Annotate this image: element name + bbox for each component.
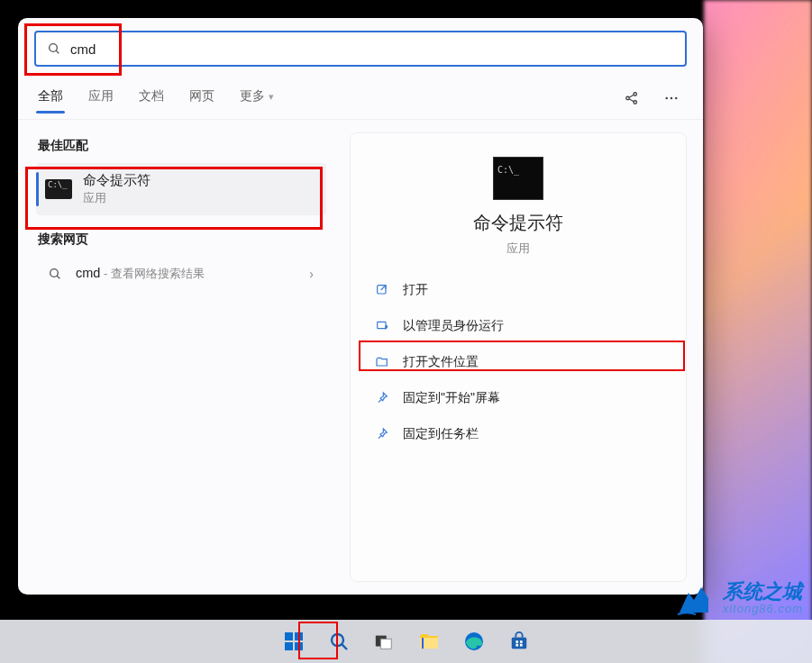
web-result-list: cmd - 查看网络搜索结果 › (36, 257, 326, 291)
svg-point-0 (50, 44, 58, 52)
result-cmd[interactable]: C:\_ 命令提示符 应用 (36, 163, 326, 215)
action-pin-start[interactable]: 固定到"开始"屏幕 (369, 383, 668, 413)
taskbar-edge[interactable] (456, 623, 492, 659)
web-result-title: cmd - 查看网络搜索结果 (76, 266, 295, 282)
edge-icon (463, 631, 485, 652)
result-subtitle: 应用 (83, 191, 317, 206)
svg-rect-21 (380, 639, 391, 649)
svg-rect-16 (285, 642, 293, 650)
more-icon (663, 90, 680, 106)
svg-point-10 (50, 269, 59, 277)
svg-point-9 (675, 97, 678, 100)
search-panel: 全部 应用 文档 网页 更多▾ 最佳匹配 (18, 18, 703, 595)
chevron-down-icon: ▾ (269, 91, 274, 102)
taskview-icon (374, 631, 394, 651)
watermark-cn: 系统之城 (723, 581, 803, 603)
taskbar-taskview[interactable] (366, 623, 402, 659)
cmd-icon-large: C:\_ (493, 157, 543, 200)
watermark-en: xitong86.com (723, 603, 803, 615)
share-button[interactable] (618, 85, 645, 112)
action-run-admin[interactable]: 以管理员身份运行 (369, 311, 668, 341)
body-row: 最佳匹配 C:\_ 命令提示符 应用 搜索网页 (18, 120, 703, 595)
web-result-suffix: - 查看网络搜索结果 (100, 267, 205, 280)
result-title: 命令提示符 (83, 172, 317, 189)
detail-card: C:\_ 命令提示符 应用 打开 (350, 132, 687, 582)
watermark-logo-icon (676, 580, 716, 616)
svg-rect-28 (515, 644, 518, 647)
tab-more[interactable]: 更多▾ (238, 83, 276, 114)
web-search-result[interactable]: cmd - 查看网络搜索结果 › (36, 257, 326, 291)
result-list: C:\_ 命令提示符 应用 (36, 163, 326, 215)
tab-actions (618, 85, 685, 112)
svg-rect-17 (295, 642, 303, 650)
svg-point-8 (671, 97, 673, 100)
tab-more-label: 更多 (240, 88, 265, 103)
chevron-right-icon: › (306, 267, 317, 281)
folder-icon (374, 354, 390, 370)
svg-rect-29 (519, 644, 522, 647)
action-open-label: 打开 (403, 282, 428, 298)
pin-icon (374, 426, 390, 442)
svg-point-4 (634, 101, 636, 104)
detail-subtitle: 应用 (506, 241, 530, 257)
search-icon (328, 631, 350, 652)
tab-docs[interactable]: 文档 (137, 83, 166, 114)
svg-rect-23 (422, 638, 424, 649)
svg-point-7 (665, 97, 668, 100)
tab-all[interactable]: 全部 (36, 83, 65, 114)
search-input[interactable] (70, 41, 674, 57)
svg-rect-26 (515, 640, 518, 643)
detail-column: C:\_ 命令提示符 应用 打开 (333, 120, 703, 595)
taskbar-start[interactable] (276, 623, 312, 659)
taskbar-search[interactable] (321, 623, 357, 659)
action-run-admin-label: 以管理员身份运行 (403, 318, 504, 334)
svg-point-2 (626, 96, 629, 99)
more-button[interactable] (658, 85, 685, 112)
share-icon (624, 90, 640, 106)
web-result-texts: cmd - 查看网络搜索结果 (76, 266, 295, 282)
shield-admin-icon (374, 318, 390, 334)
cmd-icon: C:\_ (45, 179, 72, 199)
svg-rect-14 (285, 632, 293, 640)
svg-line-1 (56, 50, 59, 53)
search-row (18, 18, 703, 76)
taskbar-store[interactable] (501, 623, 537, 659)
svg-point-18 (332, 634, 343, 646)
watermark-text: 系统之城 xitong86.com (723, 581, 803, 615)
search-box[interactable] (34, 31, 687, 67)
tabs-row: 全部 应用 文档 网页 更多▾ (18, 76, 703, 120)
svg-point-3 (634, 93, 636, 95)
svg-rect-25 (511, 637, 526, 649)
svg-line-11 (57, 276, 59, 278)
tab-web[interactable]: 网页 (187, 83, 216, 114)
svg-rect-13 (378, 322, 386, 328)
svg-line-6 (629, 99, 634, 102)
store-icon (509, 631, 529, 651)
folder-icon (418, 631, 440, 651)
action-pin-start-label: 固定到"开始"屏幕 (403, 390, 500, 406)
action-open-location-label: 打开文件位置 (403, 354, 479, 370)
svg-rect-27 (519, 640, 522, 643)
tab-apps[interactable]: 应用 (87, 83, 115, 114)
pin-icon (374, 390, 390, 406)
action-pin-taskbar[interactable]: 固定到任务栏 (369, 419, 668, 450)
action-open[interactable]: 打开 (369, 275, 668, 305)
svg-line-5 (629, 95, 634, 97)
section-best-match: 最佳匹配 (38, 138, 324, 154)
section-search-web: 搜索网页 (38, 232, 324, 248)
desktop-wallpaper (704, 0, 812, 663)
svg-rect-15 (295, 632, 303, 640)
actions-list: 打开 以管理员身份运行 (369, 275, 668, 450)
detail-header: C:\_ 命令提示符 应用 (369, 157, 668, 257)
watermark: 系统之城 xitong86.com (676, 580, 803, 616)
taskbar-explorer[interactable] (411, 623, 447, 659)
result-texts: 命令提示符 应用 (83, 172, 317, 206)
action-pin-taskbar-label: 固定到任务栏 (403, 426, 479, 442)
windows-icon (283, 631, 305, 652)
taskbar (0, 620, 812, 663)
search-icon (47, 41, 61, 56)
action-open-location[interactable]: 打开文件位置 (369, 347, 668, 377)
results-column: 最佳匹配 C:\_ 命令提示符 应用 搜索网页 (18, 120, 333, 595)
detail-title: 命令提示符 (473, 211, 563, 235)
search-icon (45, 267, 65, 281)
